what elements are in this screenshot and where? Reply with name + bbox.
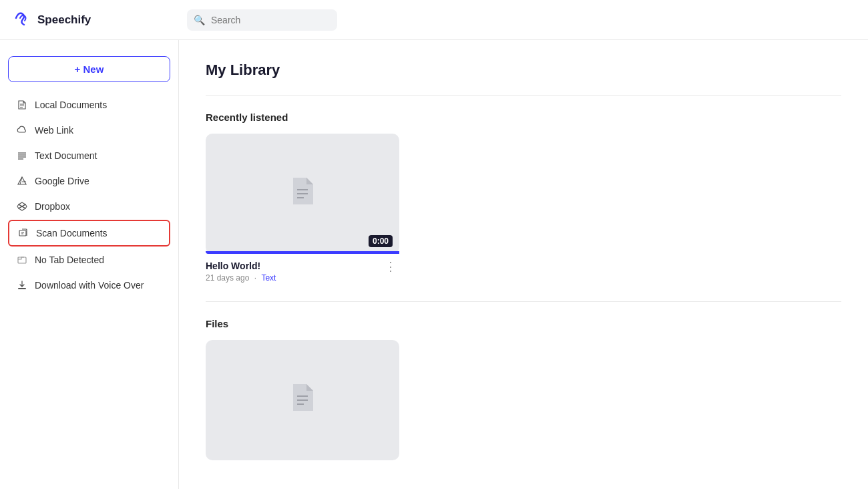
card-subtitle: 21 days ago · Text [206, 273, 276, 283]
card-age: 21 days ago [206, 273, 249, 283]
card-doc-icon [289, 381, 316, 420]
app-layout: + New Local Documents Web Link Text Docu… [0, 40, 868, 489]
sidebar-item-web-link[interactable]: Web Link [8, 118, 170, 142]
card-title: Hello World! [206, 261, 276, 271]
card-time-badge: 0:00 [369, 235, 393, 247]
main-content: My Library Recently listened 0:00 [179, 40, 868, 489]
logo-area: Speechify [13, 9, 187, 31]
download-icon [16, 279, 28, 291]
sidebar-item-scan-documents[interactable]: Scan Documents [8, 220, 170, 247]
drive-icon [16, 175, 28, 187]
sidebar-item-download-voice-over[interactable]: Download with Voice Over [8, 273, 170, 297]
card-progress-bar [206, 251, 399, 254]
sidebar-item-label: Google Drive [35, 176, 89, 186]
card-doc-icon [289, 175, 316, 213]
scan-icon [17, 227, 29, 239]
tab-icon [16, 254, 28, 266]
speechify-logo-icon [13, 9, 32, 31]
sidebar: + New Local Documents Web Link Text Docu… [0, 40, 179, 489]
svg-rect-14 [19, 230, 26, 236]
recently-listened-section: Recently listened 0:00 [206, 112, 841, 283]
cloud-icon [16, 124, 28, 136]
sidebar-item-label: Web Link [35, 125, 73, 136]
sidebar-item-label: Dropbox [35, 201, 70, 212]
files-title: Files [206, 318, 841, 329]
text-icon [16, 150, 28, 162]
sidebar-item-label: Download with Voice Over [35, 280, 144, 291]
card-meta-row: Hello World! 21 days ago · Text ⋮ [206, 261, 399, 283]
svg-marker-13 [19, 206, 25, 210]
dropbox-icon [16, 200, 28, 212]
search-container: 🔍 [187, 9, 855, 31]
sidebar-item-label: No Tab Detected [35, 255, 104, 265]
app-header: Speechify 🔍 [0, 0, 868, 40]
card-dot: · [254, 273, 256, 283]
sidebar-item-no-tab-detected[interactable]: No Tab Detected [8, 248, 170, 272]
sidebar-item-google-drive[interactable]: Google Drive [8, 169, 170, 193]
sidebar-item-label: Text Document [35, 150, 97, 161]
file-icon [16, 99, 28, 111]
sidebar-item-label: Scan Documents [36, 228, 107, 238]
card-progress-fill [206, 251, 399, 254]
new-button[interactable]: + New [8, 56, 170, 82]
files-section: Files [206, 318, 841, 467]
card-type: Text [261, 273, 276, 283]
files-cards [206, 340, 841, 467]
section-divider-files [206, 301, 841, 302]
svg-rect-18 [18, 288, 26, 289]
search-input[interactable] [187, 9, 337, 31]
recently-listened-cards: 0:00 Hello World! 21 days ago · Text [206, 134, 841, 283]
page-title: My Library [206, 61, 841, 79]
svg-marker-10 [19, 202, 25, 206]
app-name: Speechify [37, 13, 91, 27]
sidebar-item-dropbox[interactable]: Dropbox [8, 194, 170, 218]
card-thumbnail [206, 340, 399, 460]
card-info: Hello World! 21 days ago · Text [206, 261, 276, 283]
sidebar-item-text-document[interactable]: Text Document [8, 144, 170, 168]
section-divider-top [206, 95, 841, 96]
recently-listened-title: Recently listened [206, 112, 841, 123]
new-button-label: + New [75, 63, 104, 75]
sidebar-item-label: Local Documents [35, 100, 107, 110]
card-menu-button[interactable]: ⋮ [382, 261, 399, 273]
sidebar-item-local-documents[interactable]: Local Documents [8, 93, 170, 117]
card-file-1[interactable] [206, 340, 399, 467]
card-hello-world[interactable]: 0:00 Hello World! 21 days ago · Text [206, 134, 399, 283]
card-thumbnail: 0:00 [206, 134, 399, 254]
svg-rect-17 [18, 257, 26, 263]
